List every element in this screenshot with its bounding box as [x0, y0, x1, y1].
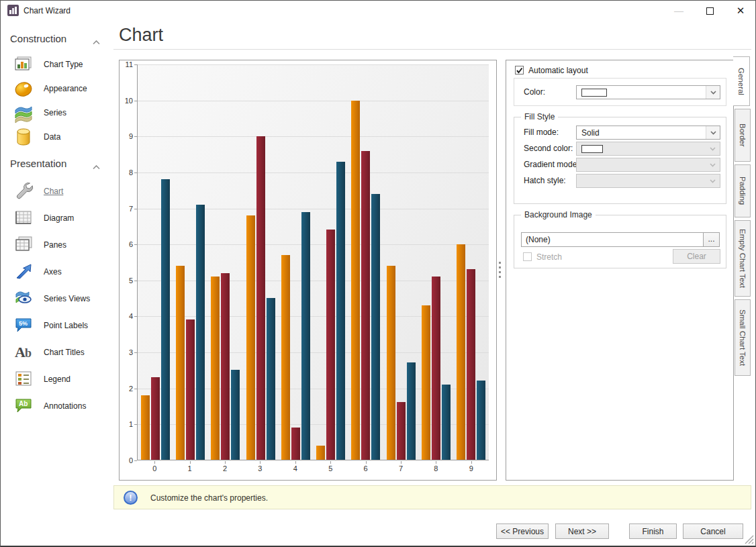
sidebar-item-series-views[interactable]: Series Views [1, 285, 113, 312]
x-axis-tick [154, 461, 155, 464]
panel-splitter-handle[interactable] [498, 262, 502, 278]
bar-group-2 [210, 64, 240, 460]
maximize-button[interactable] [696, 1, 723, 21]
sidebar-item-point-labels[interactable]: 5%Point Labels [1, 312, 113, 339]
x-axis-tick [471, 461, 472, 464]
chart-plot-area [137, 64, 489, 460]
bar-series-3-x2 [231, 370, 240, 460]
second-color-swatch [581, 145, 603, 153]
previous-button[interactable]: << Previous [496, 524, 549, 539]
panes-icon [13, 234, 34, 255]
cancel-button[interactable]: Cancel [683, 524, 743, 539]
sidebar-item-chart-type[interactable]: Chart Type [1, 53, 113, 77]
tab-general[interactable]: General [733, 56, 750, 106]
resize-grip[interactable] [743, 534, 754, 544]
gradient-mode-label: Gradient mode: [524, 160, 579, 169]
sidebar-item-label: Legend [44, 375, 70, 384]
sidebar-item-label: Panes [44, 240, 66, 250]
bar-group-8 [421, 64, 451, 460]
x-axis-tick-label: 8 [428, 464, 444, 473]
sidebar-item-legend[interactable]: Legend [1, 366, 113, 393]
y-axis-tick [134, 316, 137, 317]
svg-text:Ab: Ab [19, 400, 28, 407]
sidebar-item-diagram[interactable]: Diagram [1, 205, 113, 232]
sidebar-item-axes[interactable]: Axes [1, 258, 113, 285]
window-title: Chart Wizard [23, 6, 70, 15]
sidebar-item-chart-titles[interactable]: AbChart Titles [1, 339, 113, 366]
second-color-label: Second color: [524, 144, 573, 153]
fill-mode-label: Fill mode: [524, 128, 559, 137]
sidebar-item-data[interactable]: Data [1, 126, 113, 150]
sidebar-item-label: Appearance [44, 84, 87, 93]
bar-group-9 [456, 64, 486, 460]
x-axis-tick-label: 5 [322, 464, 338, 473]
tab-empty-chart-text[interactable]: Empty Chart Text [735, 220, 751, 297]
chevron-down-icon [706, 86, 720, 99]
color-combobox[interactable] [576, 85, 720, 99]
tab-label: Border [739, 123, 747, 147]
axes-icon [13, 260, 34, 282]
sidebar-section-header-construction[interactable]: Construction [1, 32, 113, 48]
sidebar-item-appearance[interactable]: Appearance [1, 77, 113, 101]
bar-series-1-x7 [387, 266, 395, 460]
automatic-layout-label: Automatic layout [528, 66, 588, 75]
x-axis-tick-label: 6 [358, 464, 374, 473]
sidebar-item-label: Series [44, 108, 66, 117]
tab-small-chart-text[interactable]: Small Chart Text [735, 299, 751, 376]
color-label: Color: [524, 87, 545, 97]
sidebar-item-chart[interactable]: Chart [1, 178, 113, 205]
x-axis-tick-label: 7 [393, 464, 409, 473]
finish-button[interactable]: Finish [629, 524, 677, 539]
chart-preview-panel: 012345678910110123456789 [119, 60, 497, 481]
chart-properties-panel: Automatic layout Color: Fill Style Fill … [506, 60, 734, 481]
sidebar-item-series[interactable]: Series [1, 101, 113, 126]
data-icon [13, 126, 34, 148]
browse-button[interactable]: ... [703, 232, 720, 247]
sidebar-item-label: Series Views [44, 294, 90, 303]
fill-mode-value: Solid [581, 128, 600, 138]
fill-style-legend: Fill Style [521, 112, 558, 121]
bar-series-1-x1 [176, 266, 185, 460]
x-axis-tick [401, 461, 401, 464]
app-icon [7, 5, 19, 16]
chevron-up-icon[interactable] [93, 160, 100, 172]
close-button[interactable]: ✕ [727, 1, 754, 21]
sidebar-item-label: Point Labels [44, 321, 88, 330]
background-image-path-field[interactable]: (None) [521, 232, 704, 247]
y-axis-tick-label: 9 [120, 132, 133, 140]
background-image-legend: Background Image [521, 210, 596, 219]
y-axis-tick [134, 281, 137, 281]
tab-border[interactable]: Border [735, 109, 751, 162]
tab-label: Small Chart Text [739, 309, 747, 366]
title-bar: Chart Wizard — ✕ [1, 1, 755, 21]
bar-series-1-x8 [422, 305, 430, 460]
bar-group-5 [316, 64, 346, 460]
tab-padding[interactable]: Padding [735, 164, 751, 217]
y-axis-tick-label: 6 [120, 240, 133, 248]
x-axis-tick [436, 461, 436, 464]
sidebar-item-label: Axes [44, 267, 62, 277]
bar-series-2-x4 [291, 428, 300, 460]
stretch-label: Stretch [536, 252, 562, 262]
y-axis-tick [134, 101, 137, 101]
x-axis-tick-label: 4 [287, 464, 303, 473]
svg-text:5%: 5% [19, 320, 28, 327]
bar-group-6 [350, 64, 381, 460]
x-axis-tick [225, 461, 226, 464]
bar-series-2-x2 [221, 273, 230, 460]
next-button[interactable]: Next >> [555, 524, 609, 539]
sidebar-item-annotations[interactable]: AbAnnotations [1, 393, 113, 419]
bar-series-1-x4 [281, 255, 290, 460]
chevron-up-icon[interactable] [93, 36, 100, 48]
point-labels-icon: 5% [13, 314, 34, 336]
y-axis-tick-label: 1 [120, 420, 133, 428]
x-axis-tick [295, 461, 296, 464]
chevron-down-icon [706, 142, 720, 155]
fill-mode-combobox[interactable]: Solid [576, 126, 720, 140]
x-axis-tick [260, 461, 261, 464]
y-axis-tick [134, 389, 137, 389]
automatic-layout-checkbox[interactable] [515, 66, 524, 74]
sidebar-section-header-presentation[interactable]: Presentation [1, 156, 113, 172]
sidebar-item-panes[interactable]: Panes [1, 232, 113, 258]
heading-divider [113, 49, 751, 50]
